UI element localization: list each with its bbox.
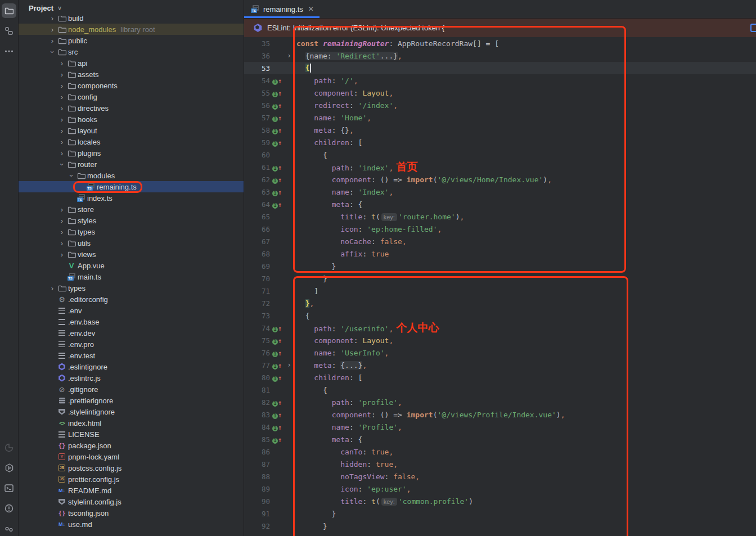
tree-chevron-icon[interactable]: › bbox=[57, 150, 66, 157]
project-panel-header[interactable]: Project ∨ bbox=[19, 0, 244, 16]
tree-item--env[interactable]: .env bbox=[19, 305, 244, 316]
gutter-marker-icon[interactable]: 1↑ bbox=[272, 138, 282, 147]
tree-item-assets[interactable]: ›assets bbox=[19, 69, 244, 80]
code-line-71[interactable]: 71 ] bbox=[244, 285, 756, 297]
tree-item-license[interactable]: LICENSE bbox=[19, 429, 244, 440]
tree-chevron-icon[interactable]: › bbox=[48, 26, 57, 33]
tree-item-store[interactable]: ›store bbox=[19, 204, 244, 215]
gutter-marker-icon[interactable]: 1↑ bbox=[272, 188, 282, 196]
tab-remaining-ts[interactable]: TS remaining.ts ✕ bbox=[244, 0, 320, 18]
code-line-73[interactable]: 73 { bbox=[244, 309, 756, 322]
clipped-tool-button[interactable] bbox=[2, 521, 16, 536]
structure-tool-button[interactable] bbox=[2, 24, 16, 38]
code-line-89[interactable]: 89 icon: 'ep:user', bbox=[244, 483, 756, 495]
tree-chevron-icon[interactable]: › bbox=[68, 171, 75, 180]
tree-item--env-test[interactable]: .env.test bbox=[19, 350, 244, 361]
tree-item--eslintignore[interactable]: .eslintignore bbox=[19, 361, 244, 372]
gutter-marker-icon[interactable]: 1↑ bbox=[272, 89, 282, 97]
tree-item-remaining-ts[interactable]: TSremaining.ts bbox=[19, 181, 244, 192]
code-line-91[interactable]: 91 } bbox=[244, 507, 756, 520]
code-line-87[interactable]: 87 hidden: true, bbox=[244, 458, 756, 470]
gutter-marker-icon[interactable]: 1↑ bbox=[272, 175, 282, 184]
tree-chevron-icon[interactable]: › bbox=[58, 160, 66, 169]
terminal-tool-button[interactable] bbox=[2, 481, 16, 496]
tree-item--editorconfig[interactable]: ⚙.editorconfig bbox=[19, 294, 244, 305]
tree-chevron-icon[interactable]: › bbox=[57, 251, 66, 258]
tree-item-plugins[interactable]: ›plugins bbox=[19, 147, 244, 159]
project-tool-button[interactable] bbox=[2, 3, 16, 18]
code-line-75[interactable]: 751↑ component: Layout, bbox=[244, 334, 756, 346]
code-line-54[interactable]: 541↑ path: '/', bbox=[244, 74, 756, 87]
code-line-57[interactable]: 571↑ name: 'Home', bbox=[244, 111, 756, 124]
code-line-65[interactable]: 65 title: t(key:'router.home'), bbox=[244, 210, 756, 223]
tree-chevron-icon[interactable]: › bbox=[48, 37, 57, 44]
tree-chevron-icon[interactable]: › bbox=[57, 116, 66, 123]
fold-chevron-icon[interactable]: › bbox=[287, 361, 291, 369]
tree-chevron-icon[interactable]: › bbox=[57, 82, 66, 89]
tree-chevron-icon[interactable]: › bbox=[48, 285, 57, 292]
tree-item-index-html[interactable]: <>index.html bbox=[19, 417, 244, 429]
more-tool-windows-button[interactable] bbox=[2, 44, 16, 58]
gutter-marker-icon[interactable]: 1↑ bbox=[272, 163, 282, 172]
tree-item-tsconfig-json[interactable]: {}tsconfig.json bbox=[19, 507, 244, 519]
code-line-58[interactable]: 581↑ meta: {}, bbox=[244, 124, 756, 136]
tree-chevron-icon[interactable]: › bbox=[57, 105, 66, 112]
tree-item-readme-md[interactable]: M↓README.md bbox=[19, 485, 244, 496]
code-line-85[interactable]: 851↑ meta: { bbox=[244, 433, 756, 445]
tree-chevron-icon[interactable]: › bbox=[57, 240, 66, 247]
code-line-64[interactable]: 641↑ meta: { bbox=[244, 198, 756, 210]
tree-item--eslintrc-js[interactable]: .eslintrc.js bbox=[19, 372, 244, 384]
tree-item-router[interactable]: ›router bbox=[19, 159, 244, 170]
code-line-90[interactable]: 90 title: t(key:'common.profile') bbox=[244, 495, 756, 507]
code-line-36[interactable]: 36› {name: 'Redirect'...}, bbox=[244, 49, 756, 62]
code-line-67[interactable]: 67 noCache: false, bbox=[244, 235, 756, 247]
tree-item-locales[interactable]: ›locales bbox=[19, 136, 244, 147]
code-line-59[interactable]: 591↑ children: [ bbox=[244, 136, 756, 148]
tree-item--gitignore[interactable]: ⊘.gitignore bbox=[19, 384, 244, 395]
code-line-83[interactable]: 831↑ component: () => import('@/views/Pr… bbox=[244, 408, 756, 421]
tree-chevron-icon[interactable]: › bbox=[49, 47, 56, 56]
code-line-77[interactable]: 771↑› meta: {...}, bbox=[244, 359, 756, 371]
tree-item--stylelintignore[interactable]: .stylelintignore bbox=[19, 406, 244, 417]
tree-chevron-icon[interactable]: › bbox=[57, 217, 66, 224]
gutter-marker-icon[interactable]: 1↑ bbox=[272, 398, 282, 407]
tree-item-modules[interactable]: ›modules bbox=[19, 170, 244, 181]
tree-row-clipped[interactable] bbox=[19, 530, 244, 536]
tree-item-public[interactable]: ›public bbox=[19, 35, 244, 46]
tree-chevron-icon[interactable]: › bbox=[57, 71, 66, 78]
gutter-marker-icon[interactable]: 1↑ bbox=[272, 76, 282, 85]
tree-item-layout[interactable]: ›layout bbox=[19, 125, 244, 136]
code-line-76[interactable]: 761↑ name: 'UserInfo', bbox=[244, 346, 756, 359]
tree-item-hooks[interactable]: ›hooks bbox=[19, 114, 244, 125]
tree-chevron-icon[interactable]: › bbox=[57, 206, 66, 213]
recent-tool-button[interactable] bbox=[2, 440, 16, 455]
gutter-marker-icon[interactable]: 1↑ bbox=[272, 373, 282, 382]
tree-item-styles[interactable]: ›styles bbox=[19, 215, 244, 226]
gutter-marker-icon[interactable]: 1↑ bbox=[272, 126, 282, 134]
gutter-marker-icon[interactable]: 1↑ bbox=[272, 423, 282, 431]
tree-item-app-vue[interactable]: VApp.vue bbox=[19, 260, 244, 271]
code-line-35[interactable]: 35const remainingRouter: AppRouteRecordR… bbox=[244, 37, 756, 49]
tree-item-config[interactable]: ›config bbox=[19, 91, 244, 102]
code-line-92[interactable]: 92 } bbox=[244, 520, 756, 532]
gutter-marker-icon[interactable]: 1↑ bbox=[272, 411, 282, 419]
tree-chevron-icon[interactable]: › bbox=[57, 138, 66, 146]
code-line-61[interactable]: 611↑ path: 'index', 首页 bbox=[244, 161, 756, 173]
tree-item--prettierignore[interactable]: .prettierignore bbox=[19, 395, 244, 406]
code-line-63[interactable]: 631↑ name: 'Index', bbox=[244, 186, 756, 198]
tree-item-src[interactable]: ›src bbox=[19, 46, 244, 57]
code-line-72[interactable]: 72 }, bbox=[244, 297, 756, 309]
tree-item-utils[interactable]: ›utils bbox=[19, 237, 244, 249]
tree-item-directives[interactable]: ›directives bbox=[19, 102, 244, 114]
tree-chevron-icon[interactable]: › bbox=[57, 60, 66, 67]
code-line-53[interactable]: 53 { bbox=[244, 62, 756, 74]
tree-item-types[interactable]: ›types bbox=[19, 282, 244, 294]
tree-item-use-md[interactable]: M↓use.md bbox=[19, 519, 244, 530]
code-line-82[interactable]: 821↑ path: 'profile', bbox=[244, 396, 756, 408]
gutter-marker-icon[interactable]: 1↑ bbox=[272, 336, 282, 345]
tree-chevron-icon[interactable]: › bbox=[57, 127, 66, 134]
tree-item-index-ts[interactable]: TSindex.ts bbox=[19, 192, 244, 204]
gutter-marker-icon[interactable]: 1↑ bbox=[272, 200, 282, 209]
gutter-marker-icon[interactable]: 1↑ bbox=[272, 324, 282, 332]
gutter-marker-icon[interactable]: 1↑ bbox=[272, 114, 282, 122]
